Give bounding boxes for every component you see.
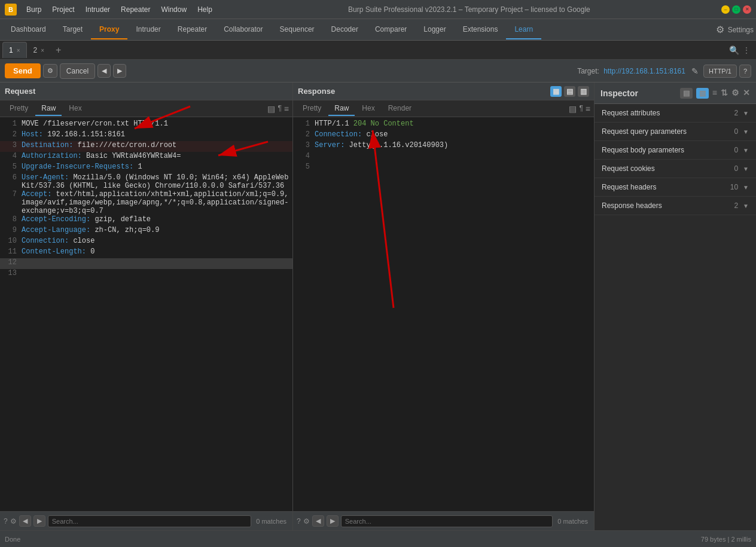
cancel-button[interactable]: Cancel (60, 63, 95, 79)
minimize-button[interactable]: – (721, 5, 730, 14)
tab-2[interactable]: 2 × (27, 42, 51, 58)
nav-logger[interactable]: Logger (415, 20, 454, 39)
inspector-settings-icon[interactable]: ⚙ (731, 88, 739, 99)
request-wrap-icon[interactable]: ¶ (278, 104, 281, 114)
response-bottom-bar: ? ⚙ ◀ ▶ 0 matches (293, 511, 594, 530)
request-tab-hex[interactable]: Hex (63, 102, 87, 116)
resp-nav-prev[interactable]: ◀ (312, 515, 324, 527)
edit-target-icon[interactable]: ✎ (691, 66, 699, 76)
resp-nav-next[interactable]: ▶ (327, 515, 339, 527)
menu-burp[interactable]: Burp (22, 3, 46, 16)
nav-sequencer[interactable]: Sequencer (272, 20, 323, 39)
nav-decoder[interactable]: Decoder (323, 20, 367, 39)
request-tab-icons: ▤ ¶ ≡ (267, 104, 289, 114)
tab-search-icon[interactable]: 🔍 (729, 45, 739, 55)
menu-intruder[interactable]: Intruder (81, 3, 115, 16)
req-nav-prev[interactable]: ◀ (19, 515, 31, 527)
tab-add-button[interactable]: + (51, 42, 66, 58)
nav-collaborator[interactable]: Collaborator (215, 20, 271, 39)
menu-project[interactable]: Project (47, 3, 79, 16)
resp-search-input[interactable] (341, 515, 553, 527)
inspector-row-cookies[interactable]: Request cookies 0 ▼ (595, 160, 756, 178)
nav-comparer[interactable]: Comparer (367, 20, 415, 39)
response-panel-title: Response (298, 87, 335, 96)
maximize-button[interactable]: □ (732, 5, 740, 14)
tab-1-close[interactable]: × (17, 47, 20, 54)
tab-menu-icon[interactable]: ⋮ (739, 46, 754, 54)
resp-view-grid[interactable]: ▦ (550, 86, 562, 97)
inspector-row-count-query: 0 (734, 127, 738, 136)
inspector-header: Inspector ▤ ▥ ≡ ⇅ ⚙ ✕ (595, 82, 756, 104)
menu-help[interactable]: Help (193, 3, 217, 16)
inspector-row-request-attributes[interactable]: Request attributes 2 ▼ (595, 104, 756, 123)
request-menu-icon[interactable]: ≡ (284, 104, 289, 114)
response-tab-render[interactable]: Render (382, 102, 417, 116)
response-line-5: 5 (293, 163, 594, 173)
toolbar-settings-icon[interactable]: ⚙ (43, 64, 57, 78)
inspector-row-query-params[interactable]: Request query parameters 0 ▼ (595, 123, 756, 141)
inspector-row-req-headers[interactable]: Request headers 10 ▼ (595, 178, 756, 197)
inspector-view-list[interactable]: ▤ (680, 88, 693, 99)
request-tab-pretty[interactable]: Pretty (4, 102, 34, 116)
inspector-row-body-params[interactable]: Request body parameters 0 ▼ (595, 141, 756, 160)
request-line-8: 8 Accept-Encoding: gzip, deflate (0, 215, 292, 226)
status-left: Done (5, 536, 20, 543)
help-button[interactable]: ? (739, 65, 751, 78)
resp-wrap-icon[interactable]: ¶ (579, 104, 583, 114)
response-panel-header: Response ▦ ▤ ▥ (293, 82, 594, 100)
send-button[interactable]: Send (5, 63, 41, 78)
tab-1[interactable]: 1 × (2, 42, 27, 58)
nav-learn[interactable]: Learn (506, 20, 541, 39)
titlebar: B Burp Project Intruder Repeater Window … (0, 0, 756, 19)
req-nav-next[interactable]: ▶ (33, 515, 45, 527)
inspector-align-icon[interactable]: ≡ (712, 88, 717, 99)
nav-proxy[interactable]: Proxy (91, 20, 127, 39)
resp-settings-icon[interactable]: ⚙ (303, 517, 310, 525)
response-tab-pretty[interactable]: Pretty (297, 102, 327, 116)
request-line-2: 2 Host: 192.168.1.151:8161 (0, 130, 292, 141)
req-search-input[interactable] (48, 515, 252, 527)
inspector-row-label-resp-headers: Response headers (602, 201, 734, 210)
req-help-icon[interactable]: ? (4, 517, 8, 525)
resp-help-icon[interactable]: ? (297, 517, 301, 525)
inspector-row-resp-headers[interactable]: Response headers 2 ▼ (595, 197, 756, 215)
settings-icon: ⚙ (716, 24, 724, 35)
nav-dashboard[interactable]: Dashboard (2, 20, 54, 39)
nav-target[interactable]: Target (54, 20, 91, 39)
inspector-chevron-req-headers: ▼ (743, 184, 749, 191)
nav-repeater[interactable]: Repeater (169, 20, 215, 39)
request-format-icon[interactable]: ▤ (267, 104, 275, 114)
resp-view-vert[interactable]: ▥ (578, 86, 589, 97)
inspector-row-count-resp-headers: 2 (734, 201, 738, 210)
resp-format-icon[interactable]: ▤ (569, 104, 577, 114)
inspector-title: Inspector (600, 88, 638, 98)
nav-extensions[interactable]: Extensions (455, 20, 507, 39)
response-panel: Response ▦ ▤ ▥ Pretty Raw Hex Render ▤ ¶… (293, 82, 595, 530)
request-line-5: 5 Upgrade-Insecure-Requests: 1 (0, 163, 292, 173)
request-code-area[interactable]: 1 MOVE /fileserver/cron.txt HTTP/1.1 2 H… (0, 117, 292, 511)
tab-2-close[interactable]: × (41, 47, 44, 54)
nav-prev-button[interactable]: ◀ (97, 64, 111, 78)
response-code-area[interactable]: 1 HTTP/1.1 204 No Content 2 Connection: … (293, 117, 594, 511)
resp-view-horiz[interactable]: ▤ (564, 86, 575, 97)
inspector-collapse-icon[interactable]: ⇅ (721, 88, 728, 99)
req-matches-label: 0 matches (254, 518, 289, 525)
inspector-view-grid[interactable]: ▥ (696, 88, 709, 99)
req-settings-icon[interactable]: ⚙ (10, 517, 17, 525)
response-tab-raw[interactable]: Raw (328, 102, 355, 116)
menu-repeater[interactable]: Repeater (116, 3, 155, 16)
settings-label[interactable]: Settings (728, 26, 754, 34)
response-tab-hex[interactable]: Hex (356, 102, 380, 116)
request-tab-raw[interactable]: Raw (35, 102, 62, 116)
request-panel-title: Request (5, 87, 35, 96)
nav-intruder[interactable]: Intruder (127, 20, 169, 39)
menu-window[interactable]: Window (156, 3, 191, 16)
response-view-icons: ▦ ▤ ▥ (550, 86, 589, 97)
close-button[interactable]: ✕ (743, 5, 751, 14)
inspector-row-label-cookies: Request cookies (602, 164, 734, 173)
tabbar: 1 × 2 × + 🔍 ⋮ (0, 41, 756, 60)
inspector-close-icon[interactable]: ✕ (743, 88, 750, 99)
resp-menu-icon[interactable]: ≡ (586, 104, 590, 114)
nav-next-button[interactable]: ▶ (113, 64, 126, 78)
protocol-button[interactable]: HTTP/1 (703, 65, 737, 78)
